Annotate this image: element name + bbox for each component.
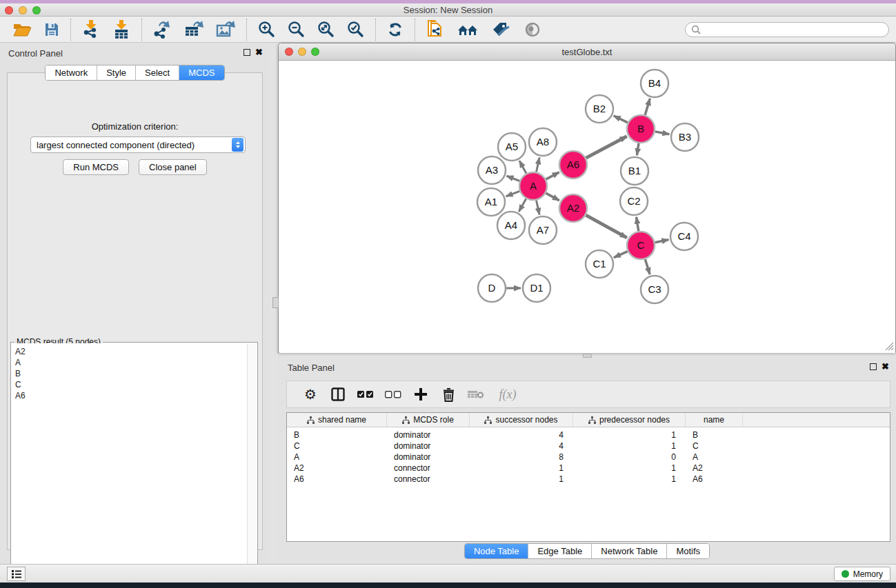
graph-node-A2[interactable]: A2	[559, 194, 587, 222]
edge-A2-C[interactable]	[586, 215, 626, 238]
tab-motifs[interactable]: Motifs	[667, 544, 709, 558]
table-row[interactable]: Cdominator41C	[287, 440, 890, 452]
table-row[interactable]: Adominator80A	[287, 452, 890, 463]
graph-node-C3[interactable]: C3	[641, 276, 668, 303]
delete-table-button[interactable]	[462, 382, 490, 407]
graph-node-D[interactable]: D	[478, 274, 506, 302]
mcds-list-scrollbar[interactable]	[247, 343, 257, 578]
graph-node-A5[interactable]: A5	[498, 133, 526, 161]
edge-A-A5[interactable]	[519, 161, 526, 173]
select-all-button[interactable]	[352, 382, 379, 407]
graph-node-B3[interactable]: B3	[671, 123, 699, 151]
edge-B-B2[interactable]	[614, 116, 628, 123]
horizontal-split-handle[interactable]	[583, 354, 592, 358]
float-panel-icon[interactable]	[243, 49, 250, 56]
table-settings-button[interactable]: ⚙	[297, 382, 324, 407]
edge-C-C4[interactable]	[655, 240, 669, 243]
tab-mcds[interactable]: MCDS	[179, 65, 223, 80]
mcds-result-list[interactable]: A2ABCA6	[12, 343, 247, 578]
graph-node-D1[interactable]: D1	[523, 274, 550, 302]
edge-A-A8[interactable]	[536, 157, 539, 172]
graph-node-A1[interactable]: A1	[477, 188, 505, 216]
export-network-button[interactable]	[147, 18, 178, 41]
tab-network[interactable]: Network	[46, 65, 97, 80]
node-table[interactable]: shared nameMCDS rolesuccessor nodesprede…	[286, 412, 890, 542]
run-mcds-button[interactable]: Run MCDS	[63, 159, 129, 175]
tab-network-table[interactable]: Network Table	[592, 544, 667, 558]
optimization-criterion-select[interactable]: largest connected component (directed)	[30, 136, 246, 153]
graph-node-B2[interactable]: B2	[586, 95, 613, 123]
zoom-in-button[interactable]	[252, 18, 281, 41]
tab-select[interactable]: Select	[136, 65, 179, 80]
memory-button[interactable]: Memory	[834, 567, 890, 581]
tab-edge-table[interactable]: Edge Table	[528, 544, 592, 558]
task-history-button[interactable]	[7, 567, 26, 581]
function-builder-button[interactable]: f(x)	[490, 382, 526, 407]
column-header-MCDS-role[interactable]: MCDS role	[387, 413, 470, 427]
table-row[interactable]: A2connector11A2	[287, 463, 890, 474]
network-graph[interactable]: B4B2BB3A8A5A6A3B1AA1C2A2A4A7C4CC1C3DD1	[279, 61, 895, 353]
graph-node-C2[interactable]: C2	[620, 187, 648, 215]
column-header-successor-nodes[interactable]: successor nodes	[470, 413, 573, 427]
graph-node-A[interactable]: A	[519, 172, 547, 200]
close-panel-icon[interactable]: ✖	[255, 47, 263, 57]
graph-node-A6[interactable]: A6	[559, 151, 587, 179]
mcds-result-item[interactable]: B	[15, 368, 247, 379]
graph-node-A4[interactable]: A4	[497, 212, 525, 239]
home-button[interactable]	[450, 18, 485, 41]
column-header-predecessor-nodes[interactable]: predecessor nodes	[573, 413, 686, 427]
graph-node-B4[interactable]: B4	[641, 70, 668, 97]
network-canvas[interactable]: B4B2BB3A8A5A6A3B1AA1C2A2A4A7C4CC1C3DD1	[279, 61, 895, 353]
open-file-button[interactable]	[7, 18, 38, 41]
zoom-out-button[interactable]	[281, 18, 311, 41]
graph-node-A8[interactable]: A8	[529, 128, 557, 156]
edge-B-B1[interactable]	[637, 143, 639, 155]
tab-style[interactable]: Style	[97, 65, 136, 80]
import-table-button[interactable]	[106, 18, 137, 41]
graph-node-B1[interactable]: B1	[621, 157, 648, 185]
edge-A-A7[interactable]	[536, 201, 539, 215]
resize-grip-icon[interactable]	[885, 342, 894, 351]
search-field[interactable]	[685, 22, 889, 37]
add-column-button[interactable]	[407, 382, 435, 407]
edge-B-B4[interactable]	[645, 99, 650, 115]
mcds-result-item[interactable]: A6	[15, 390, 247, 401]
deselect-all-button[interactable]	[379, 382, 407, 407]
float-table-panel-icon[interactable]	[870, 363, 877, 370]
edge-A-A2[interactable]	[546, 193, 559, 201]
edge-C-C1[interactable]	[614, 252, 628, 258]
edge-C-C3[interactable]	[645, 259, 650, 274]
column-header-name[interactable]: name	[686, 413, 743, 427]
mcds-result-item[interactable]: C	[15, 379, 247, 390]
search-input[interactable]	[704, 25, 883, 34]
export-image-button[interactable]	[210, 18, 241, 41]
table-row[interactable]: A6connector11A6	[287, 474, 890, 485]
graph-node-C[interactable]: C	[627, 232, 655, 259]
edge-A-A4[interactable]	[519, 199, 526, 212]
export-table-button[interactable]	[178, 18, 210, 41]
column-header-shared-name[interactable]: shared name	[287, 413, 387, 427]
tab-node-table[interactable]: Node Table	[465, 544, 529, 558]
delete-button[interactable]	[435, 382, 462, 407]
edge-C-C2[interactable]	[637, 217, 639, 232]
graph-node-C4[interactable]: C4	[670, 223, 698, 250]
edge-A6-B[interactable]	[586, 136, 627, 158]
close-table-panel-icon[interactable]: ✖	[882, 361, 889, 372]
zoom-fit-button[interactable]	[311, 18, 341, 41]
import-network-button[interactable]	[76, 18, 106, 41]
save-session-button[interactable]	[38, 18, 66, 41]
edge-A-A6[interactable]	[546, 172, 559, 179]
graph-node-A7[interactable]: A7	[529, 216, 557, 244]
refresh-button[interactable]	[381, 18, 410, 41]
close-panel-button[interactable]: Close panel	[139, 159, 207, 175]
network-window-titlebar[interactable]: testGlobe.txt	[279, 43, 895, 61]
split-column-button[interactable]	[324, 382, 352, 407]
graph-node-C1[interactable]: C1	[586, 250, 613, 278]
vertical-split-handle[interactable]	[272, 297, 279, 308]
network-file-button[interactable]	[420, 18, 450, 41]
style-tag-button[interactable]	[485, 18, 517, 41]
graph-node-A3[interactable]: A3	[478, 156, 506, 184]
eye-button[interactable]	[517, 18, 548, 41]
mcds-result-item[interactable]: A2	[15, 346, 247, 357]
table-row[interactable]: Bdominator41B	[287, 429, 890, 440]
